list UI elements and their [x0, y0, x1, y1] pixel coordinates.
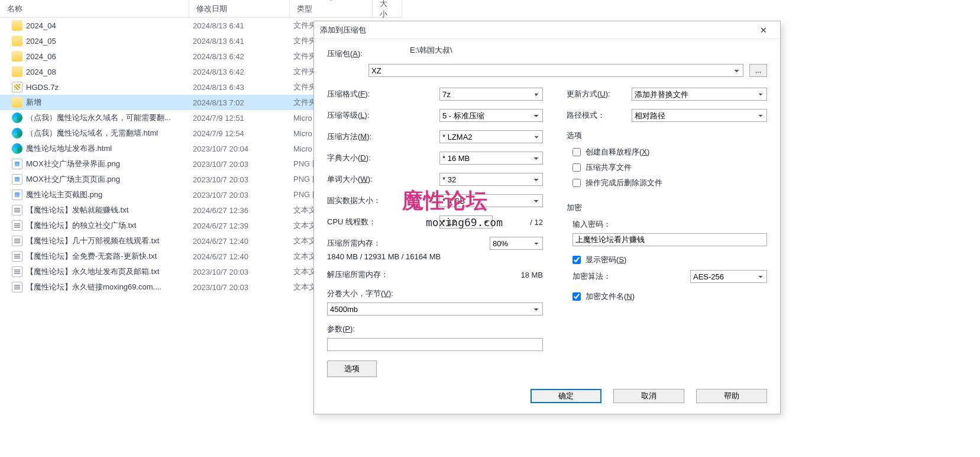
ok-button[interactable]: 确定: [531, 389, 601, 403]
delete-checkbox-row[interactable]: 操作完成后删除源文件: [573, 178, 767, 188]
edge-icon: [12, 112, 22, 123]
folder-icon: [12, 20, 22, 31]
sort-arrow-icon: ⌃: [290, 0, 372, 4]
file-date: 2024/8/13 6:41: [189, 21, 290, 30]
col-header-date[interactable]: 修改日期: [189, 0, 290, 17]
file-date: 2023/10/7 20:04: [189, 144, 290, 153]
show-password-row[interactable]: 显示密码(S): [573, 255, 767, 265]
help-button[interactable]: 帮助: [696, 389, 767, 403]
format-label: 压缩格式(F):: [327, 89, 439, 99]
file-name: 【魔性论坛】发帖就能赚钱.txt: [26, 205, 128, 215]
method-select[interactable]: * LZMA2: [439, 130, 543, 143]
dict-select[interactable]: * 16 MB: [439, 152, 543, 165]
file-date: 2023/10/7 20:03: [189, 175, 290, 184]
split-size-select[interactable]: 4500mb: [327, 302, 543, 316]
mem-comp-value: 1840 MB / 12931 MB / 16164 MB: [327, 252, 543, 261]
mem-decomp-label: 解压缩所需内存：: [327, 269, 439, 280]
mem-decomp-value: 18 MB: [439, 271, 543, 279]
level-select[interactable]: 5 - 标准压缩: [439, 109, 543, 122]
file-date: 2023/10/7 20:03: [189, 191, 290, 199]
show-password-checkbox[interactable]: [573, 256, 581, 264]
file-name: 【魔性论坛】全免费-无套路-更新快.txt: [26, 251, 157, 262]
png-icon: [12, 189, 22, 200]
file-date: 2024/8/13 6:42: [189, 52, 290, 61]
params-label: 参数(P):: [327, 324, 543, 334]
txt-icon: [12, 205, 22, 215]
browse-button[interactable]: ...: [749, 64, 767, 77]
options-button[interactable]: 选项: [327, 361, 377, 377]
dialog-buttons: 确定 取消 帮助: [531, 389, 767, 403]
file-name: 2024_05: [26, 37, 56, 46]
file-name: 魔性论坛地址发布器.html: [26, 143, 112, 154]
archive-label: 压缩包(A):: [327, 49, 368, 59]
file-name: 新增: [26, 97, 41, 108]
file-name: （点我）魔性论坛域名，无需翻墙.html: [26, 128, 158, 139]
file-date: 2024/6/27 12:36: [189, 206, 290, 215]
path-mode-label: 路径模式：: [567, 110, 632, 121]
txt-icon: [12, 282, 22, 292]
txt-icon: [12, 220, 22, 231]
file-date: 2024/7/9 12:51: [189, 114, 290, 123]
solid-select[interactable]: * 4 GB: [439, 194, 543, 207]
file-name: 2024_08: [26, 67, 56, 76]
threads-max: / 12: [493, 218, 543, 227]
password-input[interactable]: [573, 233, 767, 246]
txt-icon: [12, 236, 22, 246]
folder-icon: [12, 36, 22, 46]
close-icon[interactable]: ✕: [752, 25, 775, 35]
update-label: 更新方式(U):: [567, 89, 632, 99]
file-name: 2024_04: [26, 21, 56, 30]
folder-icon: [12, 51, 22, 62]
path-mode-select[interactable]: 相对路径: [632, 109, 767, 122]
file-name: HGDS.7z: [26, 83, 59, 92]
edge-icon: [12, 128, 22, 139]
file-name: 【魔性论坛】永久地址发布页及邮箱.txt: [26, 266, 159, 277]
encrypt-names-checkbox[interactable]: [573, 292, 581, 301]
file-name: 【魔性论坛】的独立社交广场.txt: [26, 220, 136, 231]
file-date: 2024/8/13 7:02: [189, 98, 290, 107]
7z-icon: [12, 82, 22, 92]
mem-pct-select[interactable]: 80%: [490, 237, 543, 250]
password-label: 输入密码：: [573, 219, 767, 230]
word-select[interactable]: * 32: [439, 173, 543, 186]
enc-method-select[interactable]: AES-256: [690, 270, 767, 283]
col-header-type[interactable]: ⌃ 类型: [290, 0, 373, 17]
folder-icon: [12, 66, 22, 77]
solid-label: 固实数据大小：: [327, 195, 439, 206]
encrypt-names-row[interactable]: 加密文件名(N): [573, 291, 767, 302]
file-date: 2023/10/7 20:03: [189, 283, 290, 292]
archive-path: E:\韩国大叔\: [410, 45, 767, 56]
folder-icon: [12, 97, 22, 108]
col-header-size[interactable]: 大小: [373, 0, 402, 17]
update-select[interactable]: 添加并替换文件: [632, 88, 767, 101]
column-headers: 名称 修改日期 ⌃ 类型 大小: [0, 0, 402, 18]
shared-checkbox-row[interactable]: 压缩共享文件: [573, 162, 767, 173]
shared-checkbox[interactable]: [573, 163, 581, 172]
file-name: （点我）魔性论坛永久域名，可能需要翻...: [26, 112, 171, 123]
method-label: 压缩方法(M):: [327, 131, 439, 142]
titlebar: 添加到压缩包 ✕: [314, 21, 780, 39]
file-name: 魔性论坛主页截图.png: [26, 189, 102, 200]
col-header-name[interactable]: 名称: [0, 0, 189, 17]
file-name: 2024_06: [26, 52, 56, 61]
file-date: 2023/10/7 20:03: [189, 268, 290, 276]
edge-icon: [12, 143, 22, 154]
file-name: 【魔性论坛】永久链接moxing69.com....: [26, 282, 161, 292]
params-input[interactable]: [327, 338, 543, 351]
file-date: 2024/6/27 12:40: [189, 252, 290, 261]
file-date: 2024/7/9 12:54: [189, 129, 290, 138]
level-label: 压缩等级(L):: [327, 110, 439, 121]
file-date: 2024/6/27 12:39: [189, 221, 290, 230]
sfx-checkbox-row[interactable]: 创建自释放程序(X): [573, 147, 767, 157]
png-icon: [12, 174, 22, 185]
format-select[interactable]: 7z: [439, 88, 543, 101]
cancel-button[interactable]: 取消: [613, 389, 684, 403]
delete-checkbox[interactable]: [573, 179, 581, 187]
file-date: 2024/8/13 6:42: [189, 67, 290, 76]
threads-select[interactable]: * 12: [439, 215, 493, 228]
archive-name-select[interactable]: XZ: [368, 64, 743, 77]
txt-icon: [12, 266, 22, 277]
sfx-checkbox[interactable]: [573, 148, 581, 156]
word-label: 单词大小(W):: [327, 174, 439, 185]
threads-label: CPU 线程数：: [327, 217, 439, 227]
